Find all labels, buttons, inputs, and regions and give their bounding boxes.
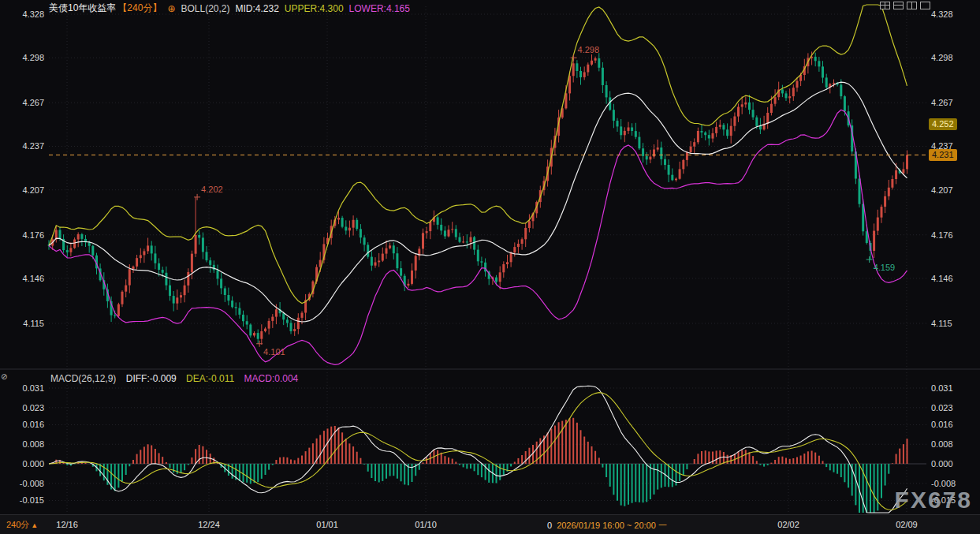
timeframe-selector-label: 240分: [6, 520, 29, 529]
chart-canvas[interactable]: 4.2024.1014.2984.159: [0, 0, 980, 534]
axis-label: 4.207: [931, 185, 977, 195]
axis-label: 0.023: [2, 403, 44, 413]
axis-label: 4.298: [2, 53, 44, 62]
boll-lower-value: LOWER:4.165: [349, 3, 410, 14]
single-pane-icon[interactable]: [920, 2, 930, 9]
axis-label: 4.267: [2, 98, 44, 107]
indicator-lines: [49, 5, 926, 513]
macd-legend: MACD(26,12,9) DIFF:-0.009 DEA:-0.011 MAC…: [50, 373, 305, 384]
axis-label: 4.267: [931, 98, 977, 107]
axis-label: 4.115: [931, 319, 977, 328]
axis-label: 0.000: [931, 459, 977, 469]
x-axis-tick: 02/09: [896, 520, 918, 529]
axis-label: 0.016: [2, 420, 44, 429]
timeframe-selector[interactable]: 240分▲: [6, 519, 38, 531]
crosshair-prefix: 0: [547, 521, 552, 530]
gridlines: [0, 6, 980, 513]
candles: [48, 51, 909, 345]
axis-label: 4.328: [931, 9, 977, 19]
swing-annotation: 4.159: [874, 263, 896, 272]
axis-label: -0.008: [2, 479, 44, 488]
axis-label: 4.207: [2, 185, 44, 195]
axis-label: 4.176: [2, 230, 44, 240]
horizontal-split-icon[interactable]: [893, 2, 904, 9]
x-axis-tick: 02/02: [777, 520, 799, 529]
axis-label: 4.176: [931, 230, 977, 240]
last-price-badge: 4.231: [929, 149, 957, 161]
grid-layout-icon[interactable]: [880, 2, 890, 9]
boll-indicator-name: BOLL(20,2): [181, 3, 229, 14]
axis-label: 4.237: [2, 141, 44, 151]
macd-indicator-name: MACD(26,12,9): [50, 373, 116, 384]
timeframe-label: 【240分】: [117, 2, 162, 15]
time-axis-bar: 240分▲ 12/1612/2401/0101/1002/0202/09 020…: [0, 514, 980, 534]
chart-legend: 美债10年收益率 【240分】 ⊕ BOLL(20,2) MID:4.232 U…: [49, 2, 415, 15]
x-axis-tick: 12/24: [198, 520, 220, 529]
swing-annotation: 4.202: [201, 185, 223, 194]
chart-window: 4.2024.1014.2984.159 美债10年收益率 【240分】 ⊕ B…: [0, 0, 980, 534]
crosshair-time-text: 2026/01/19 16:00 ~ 20:00 一: [557, 521, 667, 530]
watermark: FX678: [895, 487, 972, 513]
swing-annotation: 4.298: [578, 45, 600, 54]
boll-mid-value: MID:4.232: [236, 3, 279, 14]
axis-label: 4.115: [2, 319, 44, 328]
axis-label: 4.146: [2, 274, 44, 283]
x-axis-tick: 12/16: [56, 520, 78, 529]
axis-label: 4.298: [931, 53, 977, 62]
pane-divider-icon[interactable]: ⊘: [1, 372, 7, 381]
up-arrow-icon: ▲: [31, 521, 38, 529]
axis-label: 4.328: [2, 9, 44, 19]
reference-price-badge: 4.252: [929, 118, 957, 130]
x-axis-tick: 01/10: [415, 520, 437, 529]
expand-icon[interactable]: ⊕: [167, 3, 175, 14]
vertical-split-icon[interactable]: [907, 2, 917, 9]
boll-upper-value: UPPER:4.300: [285, 3, 344, 14]
axis-label: 4.146: [931, 274, 977, 283]
axis-label: 0.008: [2, 439, 44, 449]
axis-label: 0.031: [2, 383, 44, 393]
axis-label: 0.008: [931, 439, 977, 449]
axis-label: 0.000: [2, 459, 44, 469]
x-axis-tick: 01/01: [316, 520, 338, 529]
macd-dea-value: DEA:-0.011: [186, 373, 234, 384]
instrument-title: 美债10年收益率: [49, 2, 116, 15]
macd-histogram: [49, 418, 907, 513]
swing-annotation: 4.101: [263, 347, 285, 357]
macd-macd-value: MACD:0.004: [244, 373, 299, 384]
axis-label: 0.016: [931, 420, 977, 429]
axis-label: -0.015: [2, 495, 44, 505]
crosshair-time-label: 02026/01/19 16:00 ~ 20:00 一: [547, 520, 667, 532]
window-controls: [880, 2, 930, 9]
macd-diff-value: DIFF:-0.009: [126, 373, 177, 384]
axis-label: 0.031: [931, 383, 977, 393]
axis-label: 0.023: [931, 403, 977, 413]
